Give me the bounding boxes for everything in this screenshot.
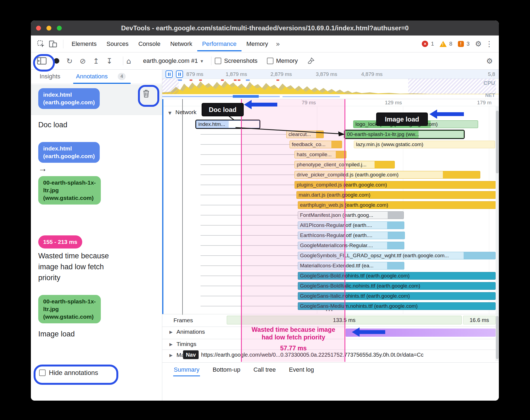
scrollbar-thumb[interactable] <box>496 316 499 359</box>
wasted-time-text: Wasted time because image had low fetch … <box>242 326 345 341</box>
network-request-bar[interactable]: feedback_co... <box>290 141 342 148</box>
network-request-bar[interactable]: hats_compile... <box>295 151 346 158</box>
frames-track-label[interactable]: Frames <box>173 317 193 324</box>
network-request-bar[interactable]: drive_picker_compiled.js (earth.google.c… <box>295 171 480 179</box>
frames-bar-duration: 133.5 ms <box>333 317 355 323</box>
request-whisker <box>201 174 295 175</box>
disclosure-triangle-icon[interactable]: ▶ <box>169 330 173 335</box>
title-bar: DevTools - earth.google.com/static/multi… <box>31 20 499 36</box>
tab-console[interactable]: Console <box>133 37 165 51</box>
screenshots-checkbox[interactable] <box>215 58 221 64</box>
network-request-bar[interactable]: GoogleSans-BoldItalic.nohints.ttf (earth… <box>298 282 496 290</box>
network-request-label: GoogleSans-Bold.nohints.ttf (earth.googl… <box>300 273 410 279</box>
nav-marker-chip[interactable]: Nav <box>183 350 199 359</box>
issues-icon[interactable]: ! <box>458 41 464 47</box>
network-request-bar[interactable]: EarthIcons-Regular.otf (earth.... <box>298 232 405 239</box>
network-request-label: earthplugin_web.js (earth.google.com) <box>300 202 388 208</box>
capture-settings-gear-icon[interactable]: ⚙ <box>486 57 493 65</box>
load-profile-icon[interactable]: ↥ <box>93 57 99 65</box>
tab-performance[interactable]: Performance <box>197 37 242 51</box>
annotation-pill-index-html[interactable]: index.html (earth.google.com) <box>38 88 100 109</box>
network-request-label: GoogleSans-BoldItalic.nohints.ttf (earth… <box>300 283 420 289</box>
tab-bottom-up[interactable]: Bottom-up <box>212 363 241 376</box>
clear-icon[interactable]: ⊘ <box>80 57 86 65</box>
network-request-label: 00-earth-splash-1x-ltr.jpg (ww... <box>347 131 419 137</box>
hide-annotations-checkbox[interactable] <box>39 369 46 376</box>
tab-event-log[interactable]: Event log <box>288 363 315 376</box>
separator <box>63 40 63 48</box>
issues-count: 3 <box>467 41 470 47</box>
annotation-pill-link-from[interactable]: index.html (earth.google.com) <box>38 142 100 163</box>
network-request-bar[interactable]: plugins_compiled.js (earth.google.com) <box>295 181 496 189</box>
scrollbar-thumb[interactable] <box>496 111 499 173</box>
maximize-window-button[interactable] <box>57 26 62 31</box>
tab-summary[interactable]: Summary <box>173 363 200 376</box>
network-request-bar[interactable]: lazy.min.js (www.gstatic.com) <box>354 141 495 148</box>
doc-load-callout[interactable]: Doc load <box>202 103 244 116</box>
settings-gear-icon[interactable]: ⚙ <box>475 40 482 48</box>
image-load-callout[interactable]: Image load <box>376 113 428 126</box>
tab-insights[interactable]: Insights <box>40 73 60 80</box>
inspect-icon[interactable] <box>36 39 46 49</box>
network-request-bar[interactable]: 00-earth-splash-1x-ltr.jpg (ww... <box>345 131 464 138</box>
devtools-tab-bar: Elements Sources Console Network Perform… <box>31 36 499 52</box>
minimize-window-button[interactable] <box>46 26 51 31</box>
annotation-label-image-load[interactable]: Image load <box>38 329 75 339</box>
tab-call-tree[interactable]: Call tree <box>253 363 276 376</box>
track-overflow-indicator[interactable]: ... <box>326 305 334 313</box>
annotation-pill-time-range[interactable]: 155 - 213 ms <box>38 235 82 249</box>
delete-annotation-icon[interactable] <box>142 89 150 99</box>
network-request-bar[interactable]: GoogleMaterialIcons-Regular.... <box>298 242 404 249</box>
annotation-label-wasted-time[interactable]: Wasted time because image had low fetch … <box>38 250 109 283</box>
kebab-menu-icon[interactable]: ⋮ <box>484 40 494 48</box>
network-request-bar[interactable]: GoogleSans-Italic.nohints.ttf (earth.goo… <box>298 292 496 300</box>
network-request-bar[interactable]: index.htm... <box>196 120 260 128</box>
network-request-bar[interactable]: clearcut... <box>286 131 324 138</box>
error-icon[interactable]: × <box>422 41 428 47</box>
network-request-label: feedback_co... <box>292 141 326 147</box>
timings-track-label[interactable]: Timings <box>176 341 196 347</box>
more-tabs-icon[interactable]: » <box>273 38 283 50</box>
annotation-label-doc-load[interactable]: Doc load <box>38 119 67 130</box>
separator <box>211 57 211 65</box>
close-window-button[interactable] <box>36 26 41 31</box>
separator <box>123 57 123 65</box>
network-request-bar[interactable]: earthplugin_web.js (earth.google.com) <box>298 201 496 209</box>
gc-brush-icon[interactable] <box>307 57 315 65</box>
disclosure-triangle-icon[interactable]: ▶ <box>169 342 173 347</box>
wasted-time-right-edge[interactable] <box>344 99 345 362</box>
reload-and-record-icon[interactable]: ↻ <box>66 57 73 65</box>
tab-memory[interactable]: Memory <box>242 37 273 51</box>
frames-bar[interactable]: 133.5 ms <box>227 316 462 324</box>
nav-url-text: https://earth.google.com/web/0...0.37330… <box>201 352 496 358</box>
warning-icon[interactable]: ! <box>440 41 447 47</box>
tab-network[interactable]: Network <box>165 37 197 51</box>
show-sidebar-icon[interactable] <box>37 57 47 65</box>
memory-checkbox[interactable] <box>267 58 273 64</box>
wasted-time-left-edge[interactable] <box>241 99 242 362</box>
device-toolbar-icon[interactable] <box>48 39 58 49</box>
record-button[interactable] <box>54 58 59 64</box>
network-request-bar[interactable]: All1PIcons-Regular.otf (earth.... <box>298 221 404 229</box>
divider <box>162 314 499 314</box>
save-profile-icon[interactable]: ↧ <box>106 57 113 65</box>
network-request-bar[interactable]: main.dart.js (earth.google.com) <box>296 191 496 199</box>
network-request-bar[interactable]: FontManifest.json (earth.goog... <box>298 211 404 219</box>
animations-track-label[interactable]: Animations <box>176 329 205 335</box>
arrow-left-icon <box>352 327 385 337</box>
profile-select[interactable]: earth.google.com #1 ▾ <box>143 57 203 64</box>
frames-bar[interactable]: 16.6 ms <box>463 316 496 324</box>
home-icon[interactable]: ⌂ <box>126 57 131 65</box>
annotation-pill-link-to[interactable]: 00-earth-splash-1x- ltr.jpg (www.gstatic… <box>38 176 101 205</box>
disclosure-triangle-icon[interactable]: ▶ <box>169 353 173 358</box>
annotation-pill-splash-image[interactable]: 00-earth-splash-1x- ltr.jpg (www.gstatic… <box>38 295 101 323</box>
tab-sources[interactable]: Sources <box>102 37 134 51</box>
wasted-time-duration: 57.77 ms <box>242 344 345 352</box>
network-request-bar[interactable]: MaterialIcons-Extended.ttf (ea... <box>298 262 404 270</box>
devtools-window: DevTools - earth.google.com/static/multi… <box>31 20 499 401</box>
tab-annotations[interactable]: Annotations <box>76 73 108 80</box>
tab-elements[interactable]: Elements <box>67 37 102 51</box>
warning-count: 8 <box>449 41 452 47</box>
network-request-bar[interactable]: GoogleSymbols_FILL_GRAD_opsz_wght.ttf (e… <box>298 252 496 259</box>
network-request-bar[interactable]: GoogleSans-Bold.nohints.ttf (earth.googl… <box>298 272 496 280</box>
